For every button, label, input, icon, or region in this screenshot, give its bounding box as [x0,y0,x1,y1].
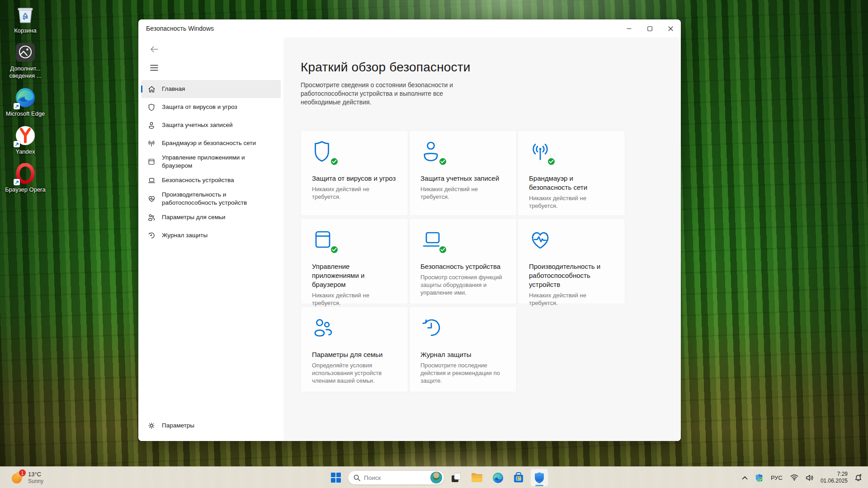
card-device-security[interactable]: Безопасность устройства Просмотр состоян… [409,218,517,304]
laptop-icon [420,229,444,252]
weather-widget[interactable]: 1 13°C Sunny [6,467,48,488]
window-title: Безопасность Windows [138,25,214,32]
sidebar: Главная Защита от вирусов и угроз Защита… [138,38,283,441]
status-ok-icon [330,157,339,166]
sidebar-item-device-security[interactable]: Безопасность устройства [141,171,281,189]
card-virus-threat-protection[interactable]: Защита от вирусов и угроз Никаких действ… [301,130,408,216]
card-status: Никаких действий не требуется. [312,185,397,201]
file-explorer-icon [471,473,483,483]
menu-button[interactable] [146,61,162,75]
card-title: Журнал защиты [420,350,505,359]
windows-logo-icon [331,473,341,483]
family-icon [147,213,156,221]
shortcut-arrow-icon [14,179,20,185]
sidebar-item-label: Защита от вирусов и угроз [162,103,237,111]
desktop-icon-opera[interactable]: Браузер Opera [4,163,47,193]
desktop-icons: Корзина Дополнит... сведения ... [4,4,49,193]
desktop-icon-label: Дополнит... сведения ... [5,65,46,80]
card-account-protection[interactable]: Защита учетных записей Никаких действий … [409,130,517,216]
card-app-browser-control[interactable]: Управление приложениями и браузером Ника… [301,218,408,304]
shield-icon [147,103,156,111]
windows-security-window: Безопасность Windows [138,19,681,441]
desktop-icon-additional-info[interactable]: Дополнит... сведения ... [4,42,47,80]
windows-security-button[interactable] [530,469,548,487]
desktop-icon-label: Корзина [5,27,46,34]
sidebar-item-label: Брандмауэр и безопасность сети [162,139,256,147]
shortcut-arrow-icon [14,103,20,109]
app-window-icon [312,229,335,252]
sidebar-item-home[interactable]: Главная [141,80,281,98]
security-shield-icon [534,472,545,483]
status-ok-icon [330,245,339,254]
sidebar-item-label: Журнал защиты [162,231,208,239]
sidebar-item-label: Защита учетных записей [162,121,233,129]
card-status: Никаких действий не требуется. [312,291,397,307]
desktop-icon-label: Yandex [5,148,46,155]
network-icon [147,139,156,147]
sun-icon: 1 [11,471,24,484]
tray-date: 01.06.2025 [821,478,848,484]
card-family-options[interactable]: Параметры для семьи Определяйте условия … [301,306,408,392]
back-button[interactable] [146,43,162,56]
taskbar: 1 13°C Sunny [0,466,868,488]
card-title: Управление приложениями и браузером [312,262,397,289]
sidebar-item-label: Безопасность устройства [162,176,234,184]
desktop: Корзина Дополнит... сведения ... [0,0,868,488]
sidebar-item-protection-history[interactable]: Журнал защиты [141,226,281,244]
microsoft-store-button[interactable] [509,469,528,487]
clock[interactable]: 7:29 01.06.2025 [819,471,849,484]
start-button[interactable] [327,469,345,487]
search-box[interactable] [348,470,444,485]
notification-bell-icon[interactable] [852,469,864,486]
minimize-button[interactable] [618,19,639,38]
minimize-icon [627,26,632,31]
language-indicator[interactable]: РУС [768,469,785,486]
edge-button[interactable] [489,469,507,487]
card-title: Безопасность устройства [420,262,505,271]
desktop-icon-edge[interactable]: Microsoft Edge [4,87,47,117]
microsoft-store-icon [513,472,524,483]
card-device-performance-health[interactable]: Производительность и работоспособность у… [518,218,625,304]
system-tray: РУС 7:29 01.06.2025 [740,467,864,488]
back-arrow-icon [150,46,158,53]
card-status: Никаких действий не требуется. [529,291,614,307]
selected-indicator [141,85,142,93]
tray-time: 7:29 [821,471,848,478]
card-title: Параметры для семьи [312,350,397,359]
card-protection-history[interactable]: Журнал защиты Просмотрите последние дейс… [409,306,517,392]
sidebar-item-firewall[interactable]: Брандмауэр и безопасность сети [141,134,281,152]
desktop-icon-yandex[interactable]: Yandex [4,125,47,155]
task-view-button[interactable] [447,469,465,487]
sidebar-item-virus-protection[interactable]: Защита от вирусов и угроз [141,98,281,116]
tray-security-icon[interactable] [753,469,765,486]
status-ok-icon [547,157,556,166]
sidebar-item-settings[interactable]: Параметры [141,417,281,435]
sidebar-item-app-browser-control[interactable]: Управление приложениями и браузером [141,152,281,171]
laptop-icon [147,176,156,184]
wifi-icon[interactable] [788,469,801,486]
desktop-icon-recycle-bin[interactable]: Корзина [4,4,47,34]
file-explorer-button[interactable] [468,469,486,487]
page-title: Краткий обзор безопасности [301,60,681,75]
card-firewall-network[interactable]: Брандмауэр и безопасность сети Никаких д… [518,130,625,216]
maximize-icon [647,26,652,31]
maximize-button[interactable] [639,19,660,38]
close-button[interactable] [660,19,681,38]
sidebar-item-account-protection[interactable]: Защита учетных записей [141,116,281,134]
notification-count-badge: 1 [19,469,26,477]
security-cards-grid: Защита от вирусов и угроз Никаких действ… [301,130,681,392]
sidebar-item-family-options[interactable]: Параметры для семьи [141,208,281,226]
titlebar[interactable]: Безопасность Windows [138,19,681,38]
search-input[interactable] [364,474,427,481]
device-health-icon [529,229,552,252]
sidebar-item-label: Главная [162,85,185,93]
volume-icon[interactable] [803,469,816,486]
window-body: Главная Защита от вирусов и угроз Защита… [138,38,681,441]
yandex-icon [14,125,36,146]
hidden-icons-chevron[interactable] [740,469,750,486]
weather-temperature: 13°C [28,471,43,478]
main-content: Краткий обзор безопасности Просмотрите с… [283,38,681,441]
network-icon [529,141,552,164]
card-status: Просмотр состояния функций защиты оборуд… [420,273,505,296]
sidebar-item-device-health[interactable]: Производительность и работоспособность у… [141,189,281,208]
